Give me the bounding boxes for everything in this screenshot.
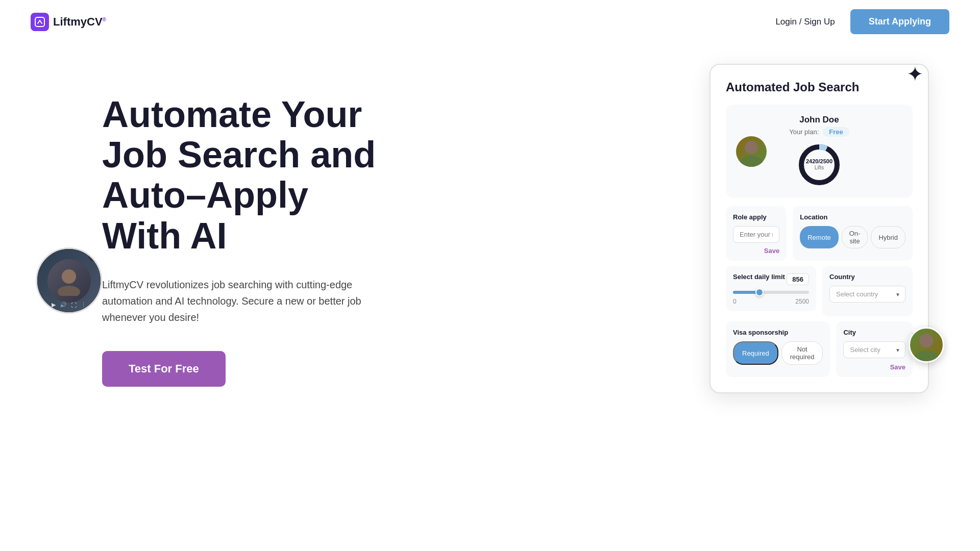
start-applying-button[interactable]: Start Applying	[850, 9, 949, 34]
plan-badge: Free	[823, 127, 849, 137]
video-close-button[interactable]: ×	[88, 250, 100, 261]
hero-subtitle: LiftmyCV revolutionizes job searching wi…	[102, 277, 388, 325]
visa-required-tab[interactable]: Required	[733, 341, 778, 365]
video-thumbnail[interactable]: × ▶ 🔊 ⛶ ⋮	[36, 247, 102, 314]
avatar	[736, 136, 767, 167]
svg-point-2	[58, 286, 80, 296]
nav-right: Login / Sign Up Start Applying	[775, 9, 949, 34]
logo-area: LiftmyCV®	[31, 13, 106, 31]
form-row-2: Select daily limit 856 0 2500 Country	[726, 266, 913, 316]
volume-icon[interactable]: 🔊	[60, 302, 67, 308]
location-save-link[interactable]: Save	[843, 363, 905, 371]
country-label: Country	[829, 273, 905, 281]
slider-track[interactable]	[733, 291, 809, 294]
fullscreen-icon[interactable]: ⛶	[71, 302, 77, 308]
svg-point-9	[919, 334, 933, 347]
slider-thumb[interactable]	[755, 288, 764, 296]
login-link[interactable]: Login / Sign Up	[775, 17, 835, 27]
location-label: Location	[800, 213, 905, 221]
visa-section: Visa sponsorship Required Not required	[726, 321, 830, 377]
location-tabs: Remote On-site Hybrid	[800, 226, 905, 248]
navbar: LiftmyCV® Login / Sign Up Start Applying	[0, 0, 980, 43]
visa-not-required-tab[interactable]: Not required	[781, 341, 823, 365]
card-title: Automated Job Search	[726, 80, 913, 94]
slider-max: 2500	[795, 298, 809, 305]
hero-title: Automate Your Job Search and Auto–Apply …	[102, 94, 679, 256]
visa-tabs: Required Not required	[733, 341, 823, 365]
role-apply-section: Role apply Save	[726, 206, 787, 261]
deco-sparkle: ✦	[906, 64, 924, 84]
daily-limit-section: Select daily limit 856 0 2500	[726, 266, 816, 311]
daily-limit-value: 856	[787, 273, 809, 285]
location-section: Location Remote On-site Hybrid	[793, 206, 913, 261]
more-icon[interactable]: ⋮	[81, 302, 86, 308]
job-search-card: Automated Job Search John Doe Your plan:…	[709, 64, 929, 393]
right-side: ✦ Automated Job Search John Doe Your pla…	[709, 64, 929, 393]
role-apply-input[interactable]	[733, 226, 779, 243]
plan-row: Your plan: Free	[736, 127, 902, 137]
city-label: City	[843, 329, 905, 336]
slider-min: 0	[733, 298, 737, 305]
city-select[interactable]: Select city	[843, 341, 905, 358]
slider-range: 0 2500	[733, 298, 809, 305]
city-select-wrapper: Select city ▼	[843, 341, 905, 358]
svg-point-1	[62, 269, 76, 284]
city-section: City Select city ▼ Save	[836, 321, 913, 377]
country-section: Country Select country ▼	[822, 266, 913, 316]
svg-rect-0	[35, 17, 44, 27]
tab-onsite[interactable]: On-site	[842, 226, 868, 248]
main-content: × ▶ 🔊 ⛶ ⋮ Automate Your	[0, 43, 980, 393]
second-avatar	[909, 327, 944, 363]
tab-hybrid[interactable]: Hybrid	[871, 226, 905, 248]
donut-chart: 2420/2500 Lifts	[796, 142, 842, 188]
plan-label: Your plan:	[789, 128, 819, 136]
country-select[interactable]: Select country	[829, 286, 905, 303]
tab-remote[interactable]: Remote	[800, 226, 839, 248]
country-select-wrapper: Select country ▼	[829, 286, 905, 303]
svg-point-3	[745, 141, 758, 154]
form-row-3: Visa sponsorship Required Not required C…	[726, 321, 913, 377]
role-save-link[interactable]: Save	[733, 247, 779, 255]
profile-name: John Doe	[736, 115, 902, 125]
form-row-1: Role apply Save Location Remote On-site …	[726, 206, 913, 261]
daily-limit-label: Select daily limit	[733, 273, 785, 281]
role-apply-label: Role apply	[733, 213, 779, 221]
donut-center: 2420/2500 Lifts	[806, 158, 832, 171]
left-side: × ▶ 🔊 ⛶ ⋮ Automate Your	[102, 74, 679, 387]
video-controls: ▶ 🔊 ⛶ ⋮	[52, 302, 86, 308]
slider-header: Select daily limit 856	[733, 273, 809, 286]
logo-text: LiftmyCV®	[53, 15, 106, 29]
visa-label: Visa sponsorship	[733, 329, 823, 336]
test-free-button[interactable]: Test For Free	[102, 351, 226, 387]
profile-section: John Doe Your plan: Free 2420/2500	[726, 105, 913, 198]
logo-icon	[31, 13, 49, 31]
play-icon[interactable]: ▶	[52, 302, 56, 308]
